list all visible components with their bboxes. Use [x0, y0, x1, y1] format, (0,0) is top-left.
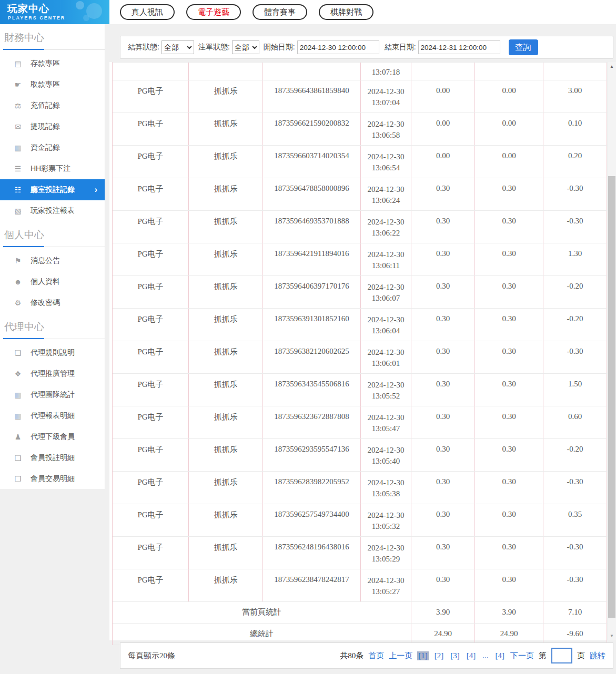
time-cell: 2024-12-3013:07:04 [361, 80, 411, 113]
platform-cell: PG电子 [113, 537, 189, 569]
bet-amount-cell: 0.00 [475, 80, 543, 113]
order-no-cell: 1873596343545506816 [263, 374, 361, 406]
game-cell: 抓抓乐 [189, 569, 263, 601]
sidebar-item[interactable]: ❑會員投註明細 [0, 447, 105, 468]
report-detail-icon: ▥ [13, 412, 23, 420]
sidebar-item[interactable]: ❏代理規則說明 [0, 342, 105, 363]
valid-bet-cell: 0.30 [411, 504, 475, 536]
sidebar-item-label: 代理推廣管理 [31, 369, 75, 379]
bet-amount-cell: 0.30 [475, 276, 543, 308]
tab-item[interactable]: 棋牌對戰 [319, 4, 373, 20]
end-date-input[interactable] [418, 40, 500, 54]
sidebar-item[interactable]: ✉提現記錄 [0, 116, 105, 137]
page-link[interactable]: ... [481, 651, 489, 660]
prev-page-link[interactable]: 上一页 [389, 651, 412, 661]
jump-link[interactable]: 跳转 [590, 651, 605, 661]
sidebar-item[interactable]: ▥代理報表明細 [0, 405, 105, 426]
sidebar-item[interactable]: ▥代理團隊統計 [0, 384, 105, 405]
win-loss-cell: -0.30 [543, 569, 607, 601]
page-link[interactable]: [2] [433, 651, 445, 660]
valid-bet-cell: 0.30 [411, 406, 475, 438]
pager-controls: 共80条 首页 上一页 [1][2][3][4]...[4] 下一页 第 页 跳… [340, 648, 605, 663]
bet-amount-cell: 0.30 [475, 309, 543, 341]
bet-amount-cell: 0.00 [475, 146, 543, 178]
summary-valid-bet-cell: 3.90 [411, 602, 475, 623]
member-bet-detail-icon: ❑ [13, 454, 23, 462]
sidebar-item[interactable]: ▧玩家投注報表 [0, 200, 105, 221]
time-cell: 2024-12-3013:05:40 [361, 439, 411, 471]
table-row: PG电子抓抓乐18735964219118940162024-12-3013:0… [113, 243, 607, 276]
sidebar-item-label: 取款專區 [31, 80, 60, 89]
sidebar-item[interactable]: ⚖充值記錄 [0, 95, 105, 116]
table-row: PG电子抓抓乐18735963913018521602024-12-3013:0… [113, 309, 607, 341]
game-cell: 抓抓乐 [189, 113, 263, 145]
tab-item[interactable]: 體育賽事 [253, 4, 307, 20]
game-cell: 抓抓乐 [189, 211, 263, 243]
win-loss-cell: -0.30 [543, 537, 607, 569]
platform-cell: PG电子 [113, 406, 189, 438]
sidebar-item[interactable]: ☷廳室投註記錄› [0, 179, 105, 200]
sidebar-item[interactable]: ❖代理推廣管理 [0, 363, 105, 384]
sidebar-item[interactable]: ❒會員交易明細 [0, 468, 105, 489]
scroll-up-arrow-icon[interactable]: ▲ [608, 62, 616, 71]
page-link[interactable]: [3] [449, 651, 461, 660]
sidebar-item[interactable]: ☛取款專區 [0, 74, 105, 95]
order-status-select[interactable]: 全部 [232, 40, 259, 54]
player-report-icon: ▧ [13, 207, 23, 215]
game-cell: 抓抓乐 [189, 276, 263, 308]
game-cell: 抓抓乐 [189, 178, 263, 210]
vertical-scrollbar[interactable]: ▲ ▼ [607, 62, 616, 640]
scrollbar-thumb[interactable] [608, 176, 615, 618]
page-link[interactable]: [4] [466, 651, 477, 660]
game-cell: 抓抓乐 [189, 243, 263, 275]
time-cell: 2024-12-3013:05:27 [361, 569, 411, 601]
bell-icon: ⚑ [13, 257, 23, 265]
sidebar: 財務中心▤存款專區☛取款專區⚖充值記錄✉提現記錄▦資金記錄☰HH彩票下注☷廳室投… [0, 24, 105, 489]
scroll-down-arrow-icon[interactable]: ▼ [608, 631, 616, 640]
next-page-link[interactable]: 下一页 [510, 651, 534, 661]
table-row: PG电子抓抓乐18735966438618598402024-12-3013:0… [113, 80, 607, 113]
sidebar-item-label: 廳室投註記錄 [31, 185, 75, 195]
page-link-active[interactable]: [1] [417, 651, 429, 660]
sidebar-item-label: 提現記錄 [31, 122, 60, 131]
sidebar-section-title: 代理中心 [4, 320, 105, 334]
sidebar-item-label: 存款專區 [31, 59, 60, 68]
page-link[interactable]: [4] [494, 651, 506, 660]
sidebar-item-label: 玩家投注報表 [31, 206, 75, 216]
start-date-input[interactable] [297, 40, 379, 54]
sidebar-item[interactable]: ♟代理下級會員 [0, 426, 105, 447]
sidebar-item[interactable]: ▦資金記錄 [0, 137, 105, 158]
first-page-link[interactable]: 首页 [368, 651, 384, 661]
sidebar-section-title: 個人中心 [4, 228, 105, 242]
settle-status-select[interactable]: 全部 [161, 40, 194, 54]
sidebar-item[interactable]: ⚙修改密碼 [0, 292, 105, 313]
game-cell: 抓抓乐 [189, 504, 263, 536]
table-row: PG电子抓抓乐18735962481964380162024-12-3013:0… [113, 537, 607, 569]
platform-cell: PG电子 [113, 504, 189, 536]
order-no-cell: 1873596469353701888 [263, 211, 361, 243]
category-tabbar: 真人視訊電子遊藝體育賽事棋牌對戰 [109, 0, 616, 24]
tab-active[interactable]: 電子遊藝 [186, 4, 241, 20]
game-cell: 抓抓乐 [189, 309, 263, 341]
sidebar-item[interactable]: ☰HH彩票下注 [0, 158, 105, 179]
time-cell: 2024-12-3013:05:29 [361, 537, 411, 569]
win-loss-cell: -0.30 [543, 341, 607, 373]
funds-record-icon: ▦ [13, 144, 23, 152]
tab-item[interactable]: 真人視訊 [120, 4, 175, 20]
total-summary-row: 總統計24.9024.90-9.60 [113, 624, 607, 645]
empty-cell [263, 63, 361, 80]
sidebar-item[interactable]: ⚑消息公告 [0, 250, 105, 271]
goto-page-input[interactable] [551, 648, 572, 663]
sidebar-section-divider [3, 247, 105, 247]
bet-records-table-wrap: 13:07:18PG电子抓抓乐18735966438618598402024-1… [109, 62, 616, 640]
bet-amount-cell: 0.30 [475, 439, 543, 471]
game-cell: 抓抓乐 [189, 537, 263, 569]
sidebar-item[interactable]: ☻個人資料 [0, 271, 105, 292]
search-button[interactable]: 查詢 [509, 39, 538, 55]
win-loss-cell: 1.30 [543, 243, 607, 275]
sidebar-item-label: 個人資料 [31, 277, 60, 287]
summary-bet-amount-cell: 3.90 [475, 602, 543, 623]
sidebar-item-label: 會員投註明細 [31, 453, 75, 463]
sidebar-item[interactable]: ▤存款專區 [0, 53, 105, 74]
profile-person-icon: ☻ [13, 278, 23, 286]
